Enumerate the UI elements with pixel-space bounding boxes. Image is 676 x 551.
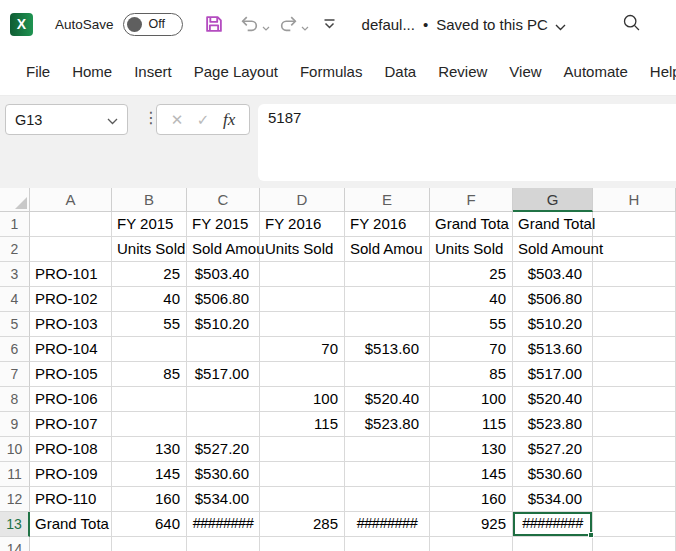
cell-F12[interactable]: 160 bbox=[430, 487, 513, 512]
cell-D10[interactable] bbox=[260, 437, 345, 462]
row-header-7[interactable]: 7 bbox=[0, 362, 30, 387]
cell-H13[interactable] bbox=[593, 512, 676, 537]
cell-G3[interactable]: $503.40 bbox=[513, 262, 593, 287]
menu-item-page-layout[interactable]: Page Layout bbox=[183, 63, 289, 80]
cell-H12[interactable] bbox=[593, 487, 676, 512]
menu-item-automate[interactable]: Automate bbox=[553, 63, 639, 80]
menu-item-data[interactable]: Data bbox=[373, 63, 427, 80]
enter-icon[interactable]: ✓ bbox=[197, 111, 210, 129]
cell-E8[interactable]: $520.40 bbox=[345, 387, 430, 412]
cell-A7[interactable]: PRO-105 bbox=[30, 362, 112, 387]
cell-G11[interactable]: $530.60 bbox=[513, 462, 593, 487]
menu-item-home[interactable]: Home bbox=[61, 63, 123, 80]
cell-D11[interactable] bbox=[260, 462, 345, 487]
undo-icon[interactable] bbox=[239, 14, 260, 34]
undo-dropdown-chevron[interactable] bbox=[262, 18, 270, 36]
cell-C8[interactable] bbox=[187, 387, 260, 412]
cell-E7[interactable] bbox=[345, 362, 430, 387]
row-header-9[interactable]: 9 bbox=[0, 412, 30, 437]
row-header-1[interactable]: 1 bbox=[0, 212, 30, 237]
cell-A11[interactable]: PRO-109 bbox=[30, 462, 112, 487]
cell-H11[interactable] bbox=[593, 462, 676, 487]
column-header-D[interactable]: D bbox=[260, 188, 345, 212]
cell-C10[interactable]: $527.20 bbox=[187, 437, 260, 462]
cell-D3[interactable] bbox=[260, 262, 345, 287]
cell-E10[interactable] bbox=[345, 437, 430, 462]
row-header-8[interactable]: 8 bbox=[0, 387, 30, 412]
cell-A10[interactable]: PRO-108 bbox=[30, 437, 112, 462]
cell-F3[interactable]: 25 bbox=[430, 262, 513, 287]
cell-H10[interactable] bbox=[593, 437, 676, 462]
cell-H8[interactable] bbox=[593, 387, 676, 412]
formula-input[interactable]: 5187 bbox=[258, 104, 676, 181]
cell-F1[interactable]: Grand Tota bbox=[430, 212, 513, 237]
cell-E3[interactable] bbox=[345, 262, 430, 287]
cell-H2[interactable] bbox=[593, 237, 676, 262]
cell-B11[interactable]: 145 bbox=[112, 462, 187, 487]
cell-F7[interactable]: 85 bbox=[430, 362, 513, 387]
cell-A13[interactable]: Grand Tota bbox=[30, 512, 112, 537]
row-header-10[interactable]: 10 bbox=[0, 437, 30, 462]
menu-item-help[interactable]: Help bbox=[639, 63, 676, 80]
cell-E6[interactable]: $513.60 bbox=[345, 337, 430, 362]
cell-F14[interactable] bbox=[430, 537, 513, 551]
row-header-4[interactable]: 4 bbox=[0, 287, 30, 312]
cell-C11[interactable]: $530.60 bbox=[187, 462, 260, 487]
cell-F9[interactable]: 115 bbox=[430, 412, 513, 437]
cell-B14[interactable] bbox=[112, 537, 187, 551]
cell-C12[interactable]: $534.00 bbox=[187, 487, 260, 512]
column-header-B[interactable]: B bbox=[112, 188, 187, 212]
cell-G2[interactable]: Sold Amount bbox=[513, 237, 593, 262]
column-header-C[interactable]: C bbox=[187, 188, 260, 212]
menu-item-file[interactable]: File bbox=[15, 63, 61, 80]
cell-B13[interactable]: 640 bbox=[112, 512, 187, 537]
cell-F8[interactable]: 100 bbox=[430, 387, 513, 412]
cell-D1[interactable]: FY 2016 bbox=[260, 212, 345, 237]
cell-D4[interactable] bbox=[260, 287, 345, 312]
cell-C7[interactable]: $517.00 bbox=[187, 362, 260, 387]
cell-A4[interactable]: PRO-102 bbox=[30, 287, 112, 312]
cell-E1[interactable]: FY 2016 bbox=[345, 212, 430, 237]
cell-H3[interactable] bbox=[593, 262, 676, 287]
row-header-3[interactable]: 3 bbox=[0, 262, 30, 287]
cell-C5[interactable]: $510.20 bbox=[187, 312, 260, 337]
menu-item-review[interactable]: Review bbox=[427, 63, 498, 80]
menu-item-formulas[interactable]: Formulas bbox=[289, 63, 374, 80]
cell-A14[interactable] bbox=[30, 537, 112, 551]
cell-H14[interactable] bbox=[593, 537, 676, 551]
cell-B6[interactable] bbox=[112, 337, 187, 362]
cell-D6[interactable]: 70 bbox=[260, 337, 345, 362]
cell-A2[interactable] bbox=[30, 237, 112, 262]
cell-B7[interactable]: 85 bbox=[112, 362, 187, 387]
row-header-11[interactable]: 11 bbox=[0, 462, 30, 487]
select-all-corner[interactable] bbox=[0, 188, 30, 212]
cell-G9[interactable]: $523.80 bbox=[513, 412, 593, 437]
cell-A1[interactable] bbox=[30, 212, 112, 237]
cell-G10[interactable]: $527.20 bbox=[513, 437, 593, 462]
cell-D14[interactable] bbox=[260, 537, 345, 551]
column-header-G[interactable]: G bbox=[513, 188, 593, 212]
excel-app-icon[interactable]: X bbox=[10, 13, 33, 36]
cell-G4[interactable]: $506.80 bbox=[513, 287, 593, 312]
cell-F4[interactable]: 40 bbox=[430, 287, 513, 312]
name-box-chevron-icon[interactable] bbox=[107, 112, 118, 128]
cell-E14[interactable] bbox=[345, 537, 430, 551]
cell-A3[interactable]: PRO-101 bbox=[30, 262, 112, 287]
cell-B4[interactable]: 40 bbox=[112, 287, 187, 312]
cell-A9[interactable]: PRO-107 bbox=[30, 412, 112, 437]
cell-B9[interactable] bbox=[112, 412, 187, 437]
saved-status[interactable]: Saved to this PC bbox=[436, 16, 548, 33]
cell-B1[interactable]: FY 2015 bbox=[112, 212, 187, 237]
cell-D12[interactable] bbox=[260, 487, 345, 512]
cell-D13[interactable]: 285 bbox=[260, 512, 345, 537]
cell-B10[interactable]: 130 bbox=[112, 437, 187, 462]
cell-H4[interactable] bbox=[593, 287, 676, 312]
cell-D2[interactable]: Units Sold bbox=[260, 237, 345, 262]
cell-C1[interactable]: FY 2015 bbox=[187, 212, 260, 237]
cell-H1[interactable] bbox=[593, 212, 676, 237]
cell-A12[interactable]: PRO-110 bbox=[30, 487, 112, 512]
cell-A5[interactable]: PRO-103 bbox=[30, 312, 112, 337]
fill-handle[interactable] bbox=[588, 532, 594, 538]
cell-B8[interactable] bbox=[112, 387, 187, 412]
document-title[interactable]: defaul... bbox=[362, 16, 415, 33]
